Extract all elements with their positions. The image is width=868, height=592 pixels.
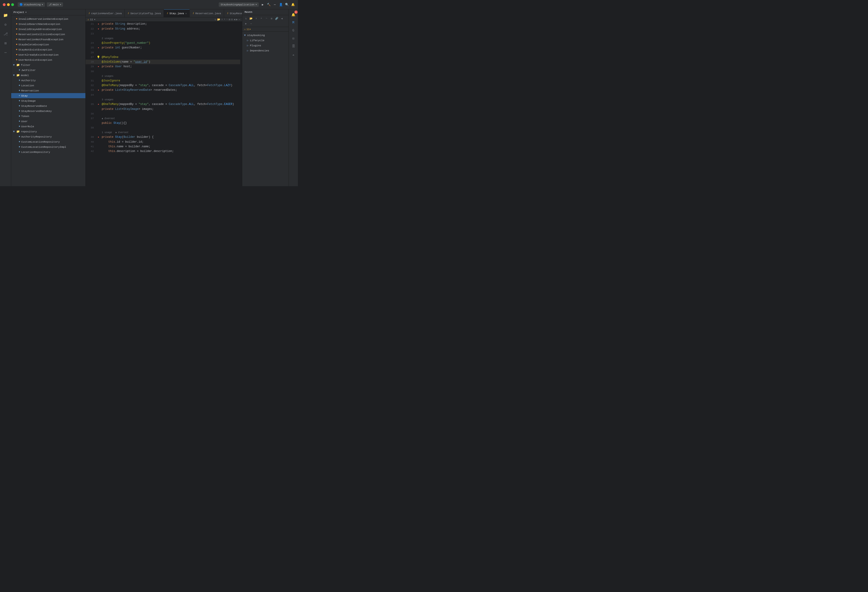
editor-toolbar-nav-left[interactable]: ◀	[234, 18, 235, 21]
tree-item-stay-image[interactable]: ● StayImage	[11, 98, 86, 103]
maven-item-dependencies[interactable]: ▷ Dependencies	[242, 48, 289, 53]
line-content: this.name = builder.name;	[101, 144, 240, 149]
branch-selector[interactable]: ⎇ main ▾	[47, 2, 63, 7]
maximize-button[interactable]	[11, 3, 14, 6]
tree-item-custom-location-repo[interactable]: ● CustomLocationRepository	[11, 139, 86, 144]
rail-icon-database[interactable]: 🗄	[290, 43, 297, 50]
tab-security-config[interactable]: J SecurityConfig.java	[125, 9, 164, 17]
tree-folder-filter[interactable]: ▼ 📁 filter	[11, 62, 86, 68]
sidebar-item-more[interactable]: ⋯	[1, 49, 10, 57]
tree-item-invalid-stay[interactable]: ● InvalidStayAddressException	[11, 27, 86, 32]
tree-item-stay-delete[interactable]: ● StayDeleteException	[11, 42, 86, 47]
tree-item-label: StayReservedDate	[21, 105, 47, 108]
minimize-button[interactable]	[7, 3, 10, 6]
tab-close-button[interactable]: ✕	[185, 12, 187, 15]
rail-icon-maven[interactable]: M	[290, 19, 297, 26]
code-line-29: 29 ● private User host;	[86, 64, 240, 69]
tree-item-label: CustomLocationRepositoryImpl	[21, 145, 66, 148]
tree-item-authority-repo[interactable]: ● AuthorityRepository	[11, 134, 86, 139]
maven-item-staybooking[interactable]: ▼ staybooking	[242, 32, 289, 38]
tree-item-stay-not-exist[interactable]: ● StayNotExistException	[11, 47, 86, 52]
tree-folder-model[interactable]: ▼ 📁 model	[11, 72, 86, 78]
editor-scrollbar[interactable]	[240, 22, 242, 186]
rail-icon-gradle[interactable]: G	[290, 27, 297, 34]
notifications-button[interactable]: 🔔	[291, 3, 295, 7]
search-button[interactable]: 🔍	[285, 3, 289, 7]
sidebar-item-project[interactable]: 📁	[1, 11, 10, 19]
maven-btn-link[interactable]: 🔗	[275, 16, 279, 21]
editor-toolbar-grid[interactable]: ⊞	[229, 18, 230, 21]
line-annotation: ●	[96, 27, 101, 31]
tab-exception-handler[interactable]: J ceptionHandler.java	[86, 9, 125, 17]
tree-item-reservation[interactable]: ● Reservation	[11, 88, 86, 93]
editor-toolbar-refresh[interactable]: ↻	[214, 18, 216, 21]
tree-folder-repository[interactable]: ▼ 📁 repository	[11, 129, 86, 134]
tree-item-user-role[interactable]: ● UserRole	[11, 124, 86, 129]
sidebar-item-branches[interactable]: ⎇	[1, 30, 10, 38]
class-icon: ●	[19, 115, 20, 118]
sidebar-item-structure[interactable]: ⊞	[1, 39, 10, 47]
profile-button[interactable]: 👤	[279, 3, 283, 7]
line-number: 21	[86, 22, 96, 26]
maven-item-plugins[interactable]: ▷ Plugins	[242, 43, 289, 48]
tree-item-location-repo[interactable]: ● LocationRepository	[11, 149, 86, 155]
maven-btn-more[interactable]: ⋯	[249, 21, 254, 26]
tree-item-authority[interactable]: ● Authority	[11, 78, 86, 83]
tab-stay-reserved-date[interactable]: J StayReservedDate.java	[224, 9, 242, 17]
rail-icon-wrap: 🔔 1	[290, 11, 297, 18]
maven-btn-download[interactable]: ⬇	[254, 16, 258, 21]
tree-item-invalid-search[interactable]: ● InvalidSearchDateException	[11, 21, 86, 27]
editor-toolbar-add[interactable]: +	[224, 18, 226, 21]
tree-item-user-already[interactable]: ● UserAlreadyExistException	[11, 52, 86, 57]
tree-item-location[interactable]: ● Location	[11, 83, 86, 88]
rail-icon-notifications[interactable]: 🔔 1	[290, 11, 297, 18]
editor-toolbar-minus2[interactable]: ⊟	[231, 18, 233, 21]
line-number: 25	[86, 45, 96, 50]
tree-item-stay-reserved-date-key[interactable]: ● StayReservedDateKey	[11, 108, 86, 114]
tree-item-user-not-exist[interactable]: ● UserNotExistException	[11, 57, 86, 62]
maven-btn-refresh[interactable]: ↻	[244, 16, 248, 21]
code-line-31: 31 @JsonIgnore	[86, 78, 240, 83]
run-button[interactable]: ▶	[261, 3, 265, 7]
editor-toolbar-nav-right[interactable]: ▶	[236, 18, 238, 21]
maven-btn-grid[interactable]: ⊞	[269, 16, 274, 21]
tree-item-custom-location-repo-impl[interactable]: ● CustomLocationRepositoryImpl	[11, 144, 86, 149]
tree-item-reservation-not-found[interactable]: ● ReservationNotFoundException	[11, 37, 86, 42]
tab-reservation[interactable]: J Reservation.java	[190, 9, 224, 17]
editor-toolbar-minus[interactable]: −	[226, 18, 228, 21]
project-selector[interactable]: 🔵 staybooking ▾	[18, 2, 45, 7]
tree-item-jwt-filter[interactable]: ● JwtFilter	[11, 68, 86, 72]
tree-item-stay-reserved-date[interactable]: ● StayReservedDate	[11, 103, 86, 108]
run-config-selector[interactable]: StaybookingApplication ▾	[219, 2, 259, 7]
maven-item-lifecycle[interactable]: ▷ Lifecycle	[242, 38, 289, 43]
editor-toolbar-more[interactable]: ⋯	[239, 18, 240, 21]
folder-icon: ▼ 📁	[13, 63, 20, 67]
tree-item-reservation-collision[interactable]: ● ReservationCollisionException	[11, 32, 86, 37]
line-content: @ManyToOne	[101, 55, 240, 59]
code-editor[interactable]: 21 ● private String description; 22 ● pr…	[86, 22, 240, 186]
maven-btn-nav-right[interactable]: ▶	[244, 21, 248, 26]
maven-btn-nav-left[interactable]: ◀	[279, 16, 284, 21]
maven-btn-add[interactable]: +	[259, 16, 264, 21]
editor-toolbar-folder[interactable]: 📂	[217, 18, 220, 21]
tree-item-token[interactable]: ● Token	[11, 114, 86, 119]
tree-item-label: StayImage	[21, 99, 35, 102]
more-button[interactable]: ⋯	[273, 3, 277, 7]
close-button[interactable]	[3, 3, 6, 6]
tree-item-stay[interactable]: ● Stay	[11, 93, 86, 98]
tree-item-label: InvalidSearchDateException	[18, 22, 60, 26]
class-icon: ●	[16, 38, 18, 41]
maven-btn-minus[interactable]: −	[264, 16, 269, 21]
build-button[interactable]: 🔨	[267, 3, 271, 7]
tab-stay[interactable]: J Stay.java ✕	[164, 9, 190, 17]
tree-item-invalid-reservation[interactable]: ● InvalidReservationDateException	[11, 16, 86, 21]
code-line-32: 32 @OneToMany(mappedBy = "stay", cascade…	[86, 83, 240, 88]
rail-icon-terminal[interactable]: ⊡	[290, 35, 297, 42]
sidebar-item-commit[interactable]: ⊙	[1, 21, 10, 29]
rail-icon-remote[interactable]: ☁	[290, 51, 297, 58]
maven-btn-folder[interactable]: 📂	[249, 16, 254, 21]
tree-item-label: UserAlreadyExistException	[18, 53, 59, 56]
project-icon: 🔵	[19, 3, 23, 6]
tree-item-user[interactable]: ● User	[11, 119, 86, 124]
editor-toolbar-download[interactable]: ⬇	[221, 18, 223, 21]
